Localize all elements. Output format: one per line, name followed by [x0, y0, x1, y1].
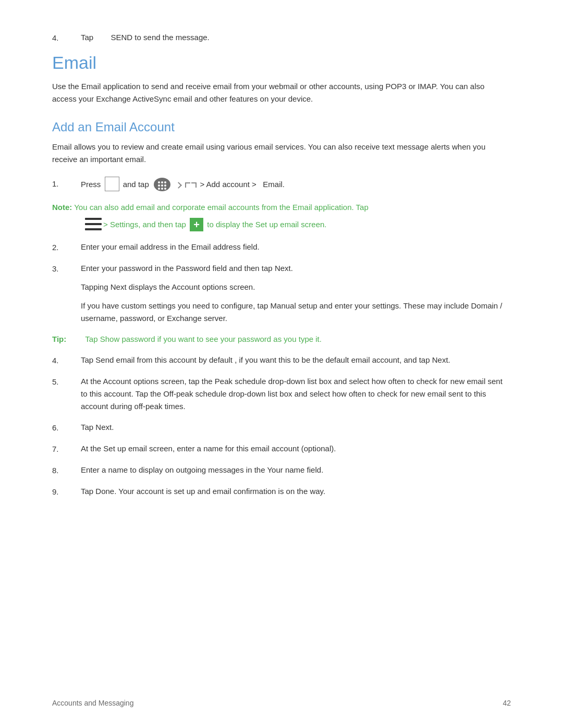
svg-point-4 [158, 184, 160, 187]
svg-point-7 [158, 188, 160, 190]
step-3-row: 3. Enter your password in the Password f… [52, 262, 511, 325]
step-3-text: Enter your password in the Password fiel… [81, 264, 293, 273]
step-3-content: Enter your password in the Password fiel… [81, 262, 511, 325]
note-label: Note: [52, 203, 72, 212]
svg-point-3 [164, 181, 166, 183]
page-footer: Accounts and Messaging 42 [52, 699, 511, 707]
step-2-content: Enter your email address in the Email ad… [81, 241, 511, 253]
add-account-title: Add an Email Account [52, 120, 511, 134]
step-4-text: Tap SEND to send the message. [81, 33, 210, 42]
menu-line-2 [85, 223, 102, 225]
step-7-content: At the Set up email screen, enter a name… [81, 442, 511, 455]
step-num-4: 4. [52, 354, 81, 367]
note-block: Note: You can also add email and corpora… [52, 201, 511, 231]
note-text3: to display the Set up email screen. [207, 218, 326, 231]
email-section-intro: Use the Email application to send and re… [52, 80, 511, 105]
page-container: 4. Tap SEND to send the message. Email U… [0, 0, 563, 548]
apps-icon [153, 177, 172, 192]
step-5-content: At the Account options screen, tap the P… [81, 375, 511, 413]
svg-point-6 [164, 184, 166, 187]
step-7-row: 7. At the Set up email screen, enter a n… [52, 442, 511, 455]
step-num-5: 5. [52, 375, 81, 388]
step-num-8: 8. [52, 464, 81, 477]
step-1-text-after: > Add account > Email. [200, 180, 285, 189]
step-num-1: 1. [52, 177, 81, 190]
plus-icon: + [190, 218, 203, 231]
tip-block: Tip: Tap Show password if you want to se… [52, 333, 511, 346]
step-2-text: Enter your email address in the Email ad… [81, 242, 260, 251]
tip-label: Tip: [52, 333, 81, 346]
note-text: You can also add email and corporate ema… [74, 203, 369, 212]
step-content-4-intro: Tap SEND to send the message. [81, 31, 511, 44]
footer-left: Accounts and Messaging [52, 699, 133, 707]
svg-point-9 [164, 188, 166, 190]
step-num-4-intro: 4. [52, 31, 81, 44]
step-4-intro: 4. Tap SEND to send the message. [52, 31, 511, 44]
step-8-row: 8. Enter a name to display on outgoing m… [52, 464, 511, 477]
svg-point-2 [161, 181, 163, 183]
menu-line-3 [85, 228, 102, 230]
step-num-6: 6. [52, 421, 81, 434]
step-3-sub2: If you have custom settings you need to … [81, 300, 511, 325]
step-1-content: Press and tap [81, 177, 511, 193]
home-icon [105, 177, 119, 191]
menu-line-1 [85, 218, 102, 220]
footer-right: 42 [503, 699, 511, 707]
step-9-content: Tap Done. Your account is set up and ema… [81, 485, 511, 498]
tip-text: Tap Show password if you want to see you… [85, 333, 322, 346]
step-1-row: 1. Press and tap [52, 177, 511, 193]
step-num-3: 3. [52, 262, 81, 275]
step-num-2: 2. [52, 241, 81, 254]
step-4-row: 4. Tap Send email from this account by d… [52, 354, 511, 367]
note-text2: > Settings, and then tap [103, 218, 186, 231]
step-5-row: 5. At the Account options screen, tap th… [52, 375, 511, 413]
step-4-content: Tap Send email from this account by defa… [81, 354, 511, 366]
step-9-text: Tap Done. Your account is set up and ema… [81, 487, 325, 496]
step-6-text: Tap Next. [81, 423, 114, 431]
step-4-text: Tap Send email from this account by defa… [81, 355, 450, 364]
step-8-content: Enter a name to display on outgoing mess… [81, 464, 511, 476]
step-8-text: Enter a name to display on outgoing mess… [81, 465, 323, 474]
step-6-row: 6. Tap Next. [52, 421, 511, 434]
svg-point-5 [161, 184, 163, 187]
step-num-7: 7. [52, 442, 81, 455]
svg-point-8 [161, 188, 163, 190]
step-num-9: 9. [52, 485, 81, 498]
step-2-row: 2. Enter your email address in the Email… [52, 241, 511, 254]
step-3-sub1: Tapping Next displays the Account option… [81, 281, 511, 293]
add-account-intro: Email allows you to review and create em… [52, 141, 511, 166]
step-1-and-tap: and tap [123, 180, 151, 189]
step-6-content: Tap Next. [81, 421, 511, 434]
step-1-text-before: Press [81, 180, 103, 189]
step-7-text: At the Set up email screen, enter a name… [81, 444, 336, 453]
step-5-text: At the Account options screen, tap the P… [81, 377, 503, 411]
menu-icon [85, 218, 102, 230]
email-section-title: Email [52, 53, 511, 73]
note-indent: > Settings, and then tap + to display th… [83, 218, 511, 231]
step-9-row: 9. Tap Done. Your account is set up and … [52, 485, 511, 498]
svg-point-1 [158, 181, 160, 183]
